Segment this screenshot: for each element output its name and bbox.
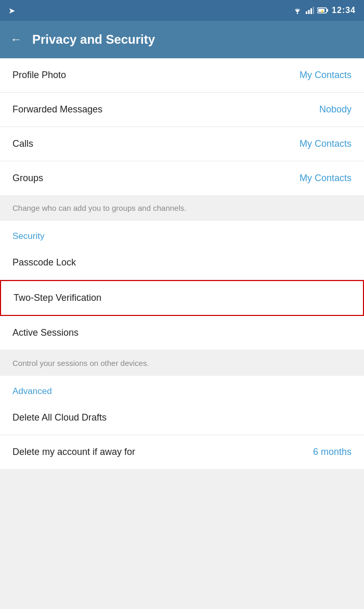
calls-item[interactable]: Calls My Contacts	[0, 127, 364, 161]
forwarded-messages-value: Nobody	[319, 104, 352, 115]
svg-text:⚡: ⚡	[320, 9, 324, 14]
svg-rect-4	[313, 7, 315, 14]
delete-cloud-drafts-item[interactable]: Delete All Cloud Drafts	[0, 401, 364, 435]
battery-icon: ⚡	[317, 7, 329, 14]
security-section-header: Security	[0, 221, 364, 246]
delete-account-value: 6 months	[313, 447, 352, 458]
forwarded-messages-item[interactable]: Forwarded Messages Nobody	[0, 93, 364, 127]
active-sessions-label: Active Sessions	[12, 327, 79, 338]
groups-label: Groups	[12, 173, 43, 184]
settings-content: Profile Photo My Contacts Forwarded Mess…	[0, 58, 364, 469]
svg-point-0	[297, 13, 298, 14]
groups-item[interactable]: Groups My Contacts	[0, 161, 364, 195]
status-time: 12:34	[332, 6, 356, 15]
active-sessions-item[interactable]: Active Sessions	[0, 316, 364, 350]
profile-photo-label: Profile Photo	[12, 70, 66, 81]
svg-rect-6	[327, 9, 328, 12]
app-header: ← Privacy and Security	[0, 21, 364, 58]
status-bar-right: ⚡ 12:34	[292, 6, 356, 15]
signal-icon	[306, 7, 314, 14]
two-step-verification-item[interactable]: Two-Step Verification	[0, 280, 364, 316]
svg-rect-2	[308, 10, 310, 14]
forwarded-messages-label: Forwarded Messages	[12, 104, 102, 115]
sessions-description: Control your sessions on other devices.	[0, 350, 364, 376]
groups-value: My Contacts	[300, 173, 352, 184]
delete-cloud-drafts-label: Delete All Cloud Drafts	[12, 412, 107, 423]
delete-account-item[interactable]: Delete my account if away for 6 months	[0, 435, 364, 469]
status-bar-left: ➤	[8, 6, 15, 16]
calls-value: My Contacts	[300, 138, 352, 149]
advanced-section-header: Advanced	[0, 376, 364, 401]
profile-photo-item[interactable]: Profile Photo My Contacts	[0, 58, 364, 93]
calls-label: Calls	[12, 138, 33, 149]
back-button[interactable]: ←	[10, 33, 22, 46]
status-bar: ➤ ⚡ 12:34	[0, 0, 364, 21]
page-title: Privacy and Security	[32, 32, 155, 47]
passcode-lock-label: Passcode Lock	[12, 257, 76, 268]
delete-account-label: Delete my account if away for	[12, 447, 135, 458]
wifi-icon	[292, 7, 303, 14]
passcode-lock-item[interactable]: Passcode Lock	[0, 246, 364, 280]
send-icon: ➤	[8, 6, 15, 16]
groups-description: Change who can add you to groups and cha…	[0, 195, 364, 221]
profile-photo-value: My Contacts	[300, 70, 352, 81]
svg-rect-1	[306, 11, 307, 14]
svg-rect-3	[310, 8, 312, 14]
two-step-verification-label: Two-Step Verification	[14, 293, 101, 303]
